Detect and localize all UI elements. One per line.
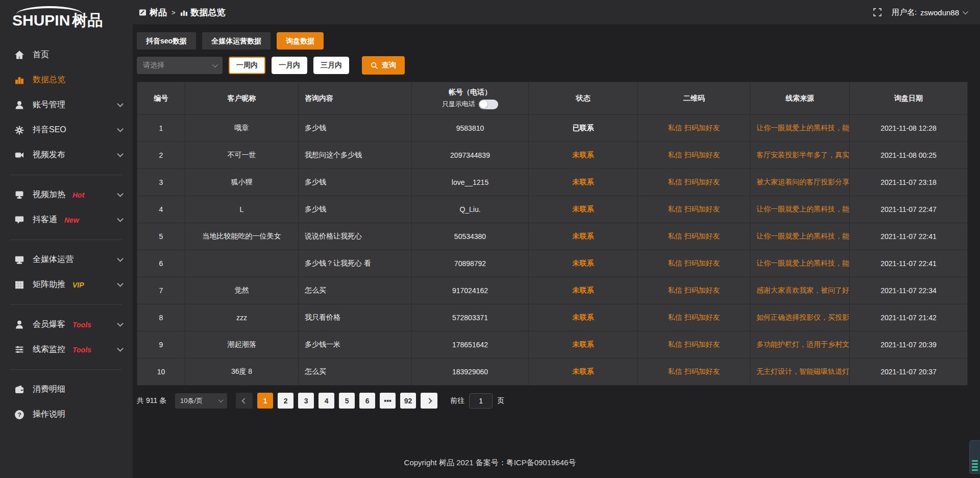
sidebar-item[interactable]: 消费明细	[0, 377, 133, 402]
help-icon: ?	[14, 410, 24, 419]
sidebar-item[interactable]: 账号管理	[0, 92, 133, 117]
cell-source-link[interactable]: 被大家追着问的客厅投影分享...	[750, 169, 850, 196]
sidebar-item-label: 全媒体运营	[33, 254, 74, 265]
page-button[interactable]: •••	[380, 393, 396, 409]
username-label: 用户名:	[892, 8, 917, 17]
cell-status: 未联系	[529, 250, 638, 277]
cell-qrcode-link[interactable]: 私信 扫码加好友	[638, 358, 750, 386]
page-button[interactable]: 2	[278, 393, 293, 409]
sidebar-item[interactable]: 视频发布	[0, 142, 133, 168]
cell-status: 已联系	[529, 115, 638, 142]
cell-qrcode-link[interactable]: 私信 扫码加好友	[638, 250, 750, 277]
floating-widget[interactable]	[969, 440, 980, 474]
cell-no: 9	[137, 331, 185, 358]
goto-label: 前往	[450, 396, 464, 405]
table-row: 5 当地比较能吃的一位美女 说说价格让我死心 50534380 未联系 私信 扫…	[137, 223, 968, 250]
sidebar-item[interactable]	[10, 304, 122, 305]
sidebar-item-badge: New	[64, 216, 79, 224]
cell-no: 1	[137, 115, 185, 142]
cell-qrcode-link[interactable]: 私信 扫码加好友	[638, 223, 750, 250]
sidebar-item[interactable]: 首页	[0, 42, 133, 67]
cell-no: 5	[137, 223, 185, 250]
table-row: 3 狐小狸 多少钱 love__1215 未联系 私信 扫码加好友 被大家追着问…	[137, 169, 968, 196]
page-button[interactable]: 6	[359, 393, 375, 409]
cell-source-link[interactable]: 让你一眼就爱上的黑科技，能...	[750, 250, 850, 277]
page-size-select[interactable]: 10条/页	[175, 393, 227, 409]
page-button[interactable]: 4	[318, 393, 334, 409]
cell-content: 怎么买	[299, 358, 412, 386]
search-button-label: 查询	[382, 61, 396, 70]
user-menu[interactable]: 用户名: zswodun88	[892, 8, 967, 17]
goto-page-input[interactable]	[469, 393, 493, 409]
search-button[interactable]: 查询	[362, 56, 405, 75]
table-body: 1 哦章 多少钱 9583810 已联系 私信 扫码加好友 让你一眼就爱上的黑科…	[137, 115, 968, 386]
sidebar-item[interactable]: 全媒体运营	[0, 247, 133, 272]
chevron-down-icon	[218, 397, 224, 402]
page-button[interactable]: 92	[400, 393, 416, 409]
date-range-button[interactable]: 三月内	[313, 57, 349, 74]
cell-source-link[interactable]: 让你一眼就爱上的黑科技，能...	[750, 223, 850, 250]
cell-qrcode-link[interactable]: 私信 扫码加好友	[638, 196, 750, 223]
phone-only-toggle[interactable]	[479, 100, 498, 109]
cell-source-link[interactable]: 感谢大家喜欢我家，被问了好...	[750, 277, 850, 304]
date-range-button[interactable]: 一月内	[272, 57, 307, 74]
widget-stripe	[972, 460, 978, 462]
sidebar-item[interactable]: 会员爆客 Tools	[0, 312, 133, 337]
sidebar-item[interactable]: 抖音SEO	[0, 117, 133, 142]
fullscreen-button[interactable]	[873, 8, 881, 16]
sidebar-item[interactable]: 矩阵助推 VIP	[0, 272, 133, 297]
tab[interactable]: 询盘数据	[277, 32, 324, 50]
cell-qrcode-link[interactable]: 私信 扫码加好友	[638, 142, 750, 169]
breadcrumb-chart-icon	[180, 9, 188, 16]
chevron-down-icon	[117, 151, 124, 157]
page-button[interactable]: 5	[339, 393, 355, 409]
breadcrumb-label: 树品	[150, 7, 167, 18]
cell-account: 572803371	[412, 304, 529, 331]
sidebar-item[interactable]	[10, 240, 122, 240]
page-button[interactable]: 1	[257, 393, 273, 409]
sidebar-item[interactable]: 数据总览	[0, 67, 133, 92]
sidebar-item[interactable]: 视频加热 Hot	[0, 182, 133, 207]
breadcrumb-home[interactable]: 树品	[139, 7, 167, 18]
cell-no: 10	[137, 358, 185, 386]
next-page-button[interactable]	[421, 393, 437, 409]
sidebar-item[interactable]	[10, 369, 122, 370]
cell-source-link[interactable]: 无主灯设计，智能磁吸轨道灯...	[750, 358, 850, 386]
sidebar-item[interactable]: 抖客通 New	[0, 207, 133, 232]
breadcrumb-current[interactable]: 数据总览	[180, 7, 226, 18]
cell-source-link[interactable]: 客厅安装投影半年多了，真实...	[750, 142, 850, 169]
sidebar-item[interactable]	[10, 175, 122, 175]
cell-qrcode-link[interactable]: 私信 扫码加好友	[638, 304, 750, 331]
breadcrumb-label: 数据总览	[191, 7, 226, 18]
cell-qrcode-link[interactable]: 私信 扫码加好友	[638, 115, 750, 142]
tab[interactable]: 抖音seo数据	[137, 32, 196, 50]
cell-nickname: 狐小狸	[185, 169, 299, 196]
cell-account: 2097344839	[412, 142, 529, 169]
prev-page-button[interactable]	[236, 393, 253, 409]
page-button[interactable]: 3	[298, 393, 314, 409]
cell-status: 未联系	[529, 358, 638, 386]
cell-qrcode-link[interactable]: 私信 扫码加好友	[638, 277, 750, 304]
app: SHUPIN树品 首页 数据总览 账号管理	[0, 0, 980, 478]
sidebar-item[interactable]: ? 操作说明	[0, 402, 133, 427]
cell-source-link[interactable]: 如何正确选择投影仪，买投影...	[750, 304, 850, 331]
cell-no: 6	[137, 250, 185, 277]
logo[interactable]: SHUPIN树品	[0, 5, 133, 39]
filter-select[interactable]: 请选择	[137, 57, 223, 74]
cell-date: 2021-11-07 20:37	[850, 358, 968, 386]
col-header-status: 状态	[529, 82, 638, 115]
cell-source-link[interactable]: 多功能护栏灯，适用于乡村文...	[750, 331, 850, 358]
cell-source-link[interactable]: 让你一眼就爱上的黑科技，能...	[750, 115, 850, 142]
cell-qrcode-link[interactable]: 私信 扫码加好友	[638, 331, 750, 358]
cell-account: 9583810	[412, 115, 529, 142]
tab[interactable]: 全媒体运营数据	[202, 32, 271, 50]
date-range-button[interactable]: 一周内	[229, 57, 265, 74]
grid-icon	[14, 280, 24, 290]
footer-copyright: Copyright 树品 2021 备案号：粤ICP备09019646号	[0, 458, 980, 468]
breadcrumb-app-icon	[139, 9, 146, 16]
table-row: 4 L 多少钱 Q_Liu. 未联系 私信 扫码加好友 让你一眼就爱上的黑科技，…	[137, 196, 968, 223]
sidebar-item[interactable]: 线索监控 Tools	[0, 337, 133, 362]
account-header-label: 帐号（电话）	[418, 88, 522, 97]
cell-qrcode-link[interactable]: 私信 扫码加好友	[638, 169, 750, 196]
cell-source-link[interactable]: 让你一眼就爱上的黑科技，能...	[750, 196, 850, 223]
